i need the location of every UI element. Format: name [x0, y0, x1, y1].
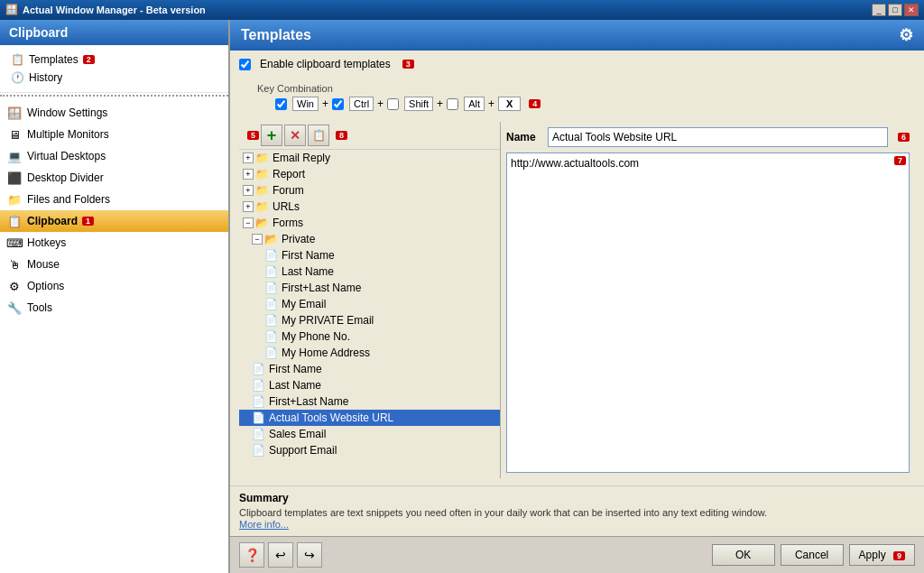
tree-item-forum[interactable]: + 📁 Forum: [239, 182, 500, 199]
expand-forms[interactable]: −: [243, 217, 254, 228]
edit-button[interactable]: 📋: [308, 125, 329, 146]
sidebar-item-mouse[interactable]: 🖱 Mouse: [0, 254, 228, 275]
add-button[interactable]: +: [261, 125, 282, 146]
cancel-button[interactable]: Cancel: [781, 544, 844, 566]
content-title: Templates: [241, 27, 311, 43]
detail-name-row: Name 6: [506, 127, 910, 147]
more-info-link[interactable]: More info...: [239, 519, 289, 530]
tree-item-actual-tools-url[interactable]: 📄 Actual Tools Website URL: [239, 410, 500, 426]
content-header: Templates ⚙: [230, 20, 924, 51]
file-icon-flname: 📄: [252, 395, 265, 408]
hotkeys-icon: ⌨: [7, 236, 22, 250]
detail-content-container: http://www.actualtools.com 7: [506, 152, 910, 473]
apply-button[interactable]: Apply 9: [849, 544, 915, 566]
summary-title: Summary: [239, 492, 915, 504]
virtual-desktops-icon: 💻: [7, 149, 22, 163]
tree-scroll[interactable]: + 📁 Email Reply + 📁 Report +: [239, 150, 500, 478]
templates-badge: 2: [83, 55, 95, 64]
tree-panel: 5 + ✕ 📋 8 + 📁 Email Reply: [239, 122, 501, 478]
undo-button[interactable]: ↩: [268, 542, 293, 568]
tree-toolbar: 5 + ✕ 📋 8: [239, 122, 500, 150]
key-combo-label: Key Combination: [257, 83, 915, 94]
clipboard-badge: 1: [82, 217, 94, 226]
tree-item-firstlastname[interactable]: 📄 First+Last Name: [239, 393, 500, 410]
file-icon-me: 📄: [264, 298, 278, 310]
expand-email-reply[interactable]: +: [243, 152, 254, 163]
sidebar-item-window-settings[interactable]: 🪟 Window Settings: [0, 102, 228, 124]
sidebar-item-multiple-monitors[interactable]: 🖥 Multiple Monitors: [0, 124, 228, 145]
tree-item-forms[interactable]: − 📂 Forms: [239, 215, 500, 231]
maximize-button[interactable]: □: [888, 4, 902, 16]
detail-value-text: http://www.actualtools.com: [511, 157, 639, 170]
tree-item-myphone[interactable]: 📄 My Phone No.: [239, 328, 500, 345]
tree-item-myemail-priv[interactable]: 📄 My Email: [239, 296, 500, 312]
tree-item-firstname[interactable]: 📄 First Name: [239, 361, 500, 377]
expand-private[interactable]: −: [252, 234, 263, 245]
file-icon-fn: 📄: [252, 363, 265, 375]
sidebar-item-templates[interactable]: 📋 Templates 2: [7, 51, 228, 69]
key-combo-row: Win + Ctrl + Shift + Alt + X 4: [275, 97, 915, 111]
tree-item-sales-email[interactable]: 📄 Sales Email: [239, 426, 500, 442]
folder-icon-private: 📂: [264, 233, 278, 245]
file-icon-se: 📄: [252, 428, 265, 440]
sidebar-item-hotkeys[interactable]: ⌨ Hotkeys: [0, 232, 228, 254]
file-icon: 📄: [264, 249, 278, 262]
expand-report[interactable]: +: [243, 169, 254, 180]
enable-badge: 3: [402, 60, 414, 69]
name-input[interactable]: [548, 127, 888, 147]
ok-button[interactable]: OK: [712, 544, 775, 566]
tree-item-lastname-priv[interactable]: 📄 Last Name: [239, 263, 500, 280]
alt-checkbox[interactable]: [447, 98, 458, 110]
key-combo-section: Key Combination Win + Ctrl + Shift + Alt…: [257, 83, 915, 111]
detail-value-area[interactable]: http://www.actualtools.com: [506, 152, 910, 473]
tree-item-myprivate-email[interactable]: 📄 My PRIVATE Email: [239, 312, 500, 328]
enable-checkbox[interactable]: [239, 59, 251, 70]
redo-button[interactable]: ↪: [297, 542, 322, 568]
tree-item-private[interactable]: − 📂 Private: [239, 231, 500, 247]
sidebar-item-desktop-divider[interactable]: ⬛ Desktop Divider: [0, 167, 228, 189]
expand-forum[interactable]: +: [243, 185, 254, 196]
sidebar-item-options[interactable]: ⚙ Options: [0, 275, 228, 297]
name-label: Name: [506, 131, 542, 143]
file-icon-mpe: 📄: [264, 314, 278, 327]
shift-key: Shift: [404, 97, 433, 111]
minimize-button[interactable]: _: [872, 4, 886, 16]
options-icon: ⚙: [7, 279, 22, 293]
close-button[interactable]: ✕: [904, 4, 919, 16]
delete-button[interactable]: ✕: [284, 125, 306, 146]
ctrl-checkbox[interactable]: [332, 98, 344, 110]
sidebar: Clipboard 📋 Templates 2 🕐 History 🪟 Wind…: [0, 20, 230, 573]
tree-item-urls[interactable]: + 📁 URLs: [239, 199, 500, 215]
sidebar-item-history[interactable]: 🕐 History: [7, 69, 228, 87]
apply-badge: 9: [893, 551, 905, 560]
sidebar-item-clipboard[interactable]: 📋 Clipboard 1: [0, 210, 228, 232]
win-checkbox[interactable]: [275, 98, 287, 110]
tree-item-email-reply[interactable]: + 📁 Email Reply: [239, 150, 500, 166]
sidebar-item-virtual-desktops[interactable]: 💻 Virtual Desktops: [0, 145, 228, 167]
toolbar-badge8: 8: [336, 131, 347, 140]
tree-item-lastname[interactable]: 📄 Last Name: [239, 377, 500, 393]
window-settings-icon: 🪟: [7, 106, 22, 120]
sidebar-item-tools[interactable]: 🔧 Tools: [0, 297, 228, 319]
tree-detail-container: 5 + ✕ 📋 8 + 📁 Email Reply: [239, 122, 915, 478]
expand-urls[interactable]: +: [243, 201, 254, 212]
file-icon-mp: 📄: [264, 330, 278, 343]
multiple-monitors-icon: 🖥: [7, 127, 22, 142]
window-controls[interactable]: _ □ ✕: [872, 4, 919, 16]
tree-item-firstlast-priv[interactable]: 📄 First+Last Name: [239, 280, 500, 296]
shift-checkbox[interactable]: [387, 98, 399, 110]
sidebar-item-files-folders[interactable]: 📁 Files and Folders: [0, 189, 228, 210]
folder-icon: 📁: [255, 152, 269, 164]
footer-right: OK Cancel Apply 9: [712, 544, 915, 566]
mouse-icon: 🖱: [7, 257, 22, 272]
tree-item-myaddress[interactable]: 📄 My Home Address: [239, 345, 500, 361]
tree-item-report[interactable]: + 📁 Report: [239, 166, 500, 182]
main-container: Clipboard 📋 Templates 2 🕐 History 🪟 Wind…: [0, 20, 924, 573]
file-icon-ma: 📄: [264, 347, 278, 359]
tree-item-support-email[interactable]: 📄 Support Email: [239, 442, 500, 458]
tree-item-firstname-priv[interactable]: 📄 First Name: [239, 247, 500, 263]
folder-icon-report: 📁: [255, 168, 269, 180]
help-button[interactable]: ❓: [239, 542, 264, 568]
history-icon: 🕐: [11, 71, 24, 84]
folder-icon-urls: 📁: [255, 200, 269, 213]
